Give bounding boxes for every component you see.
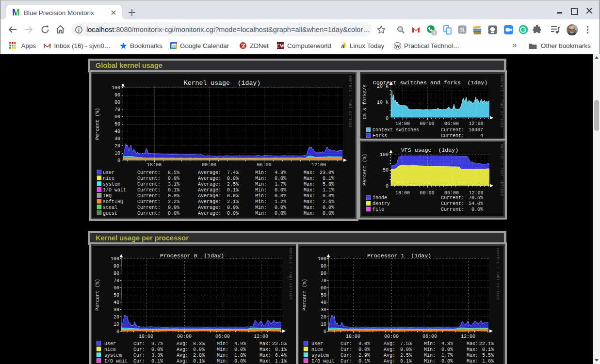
- svg-text:2.1%: 2.1%: [227, 199, 239, 205]
- svg-text:user: user: [104, 341, 116, 347]
- svg-text:Max:: Max:: [304, 199, 315, 205]
- svg-text:Min:: Min:: [255, 170, 267, 175]
- svg-text:Average:: Average:: [198, 188, 221, 193]
- svg-text:06:00: 06:00: [422, 334, 437, 339]
- svg-text:23.0%: 23.0%: [320, 170, 334, 175]
- svg-text:Min:: Min:: [424, 359, 436, 364]
- svg-text:Average:: Average:: [198, 205, 221, 210]
- svg-text:Percent (%): Percent (%): [302, 279, 308, 311]
- svg-text:Processor 0 (1day): Processor 0 (1day): [160, 253, 224, 259]
- svg-text:0.0%: 0.0%: [227, 205, 239, 210]
- svg-text:60: 60: [114, 114, 120, 120]
- svg-text:Average:: Average:: [198, 211, 221, 216]
- svg-text:user: user: [103, 170, 114, 175]
- svg-text:50: 50: [114, 293, 119, 298]
- svg-text:guest: guest: [103, 211, 117, 216]
- svg-text:0.1%: 0.1%: [151, 359, 163, 364]
- svg-text:100: 100: [380, 152, 389, 158]
- svg-text:0.0%: 0.0%: [275, 205, 286, 210]
- svg-text:6.4%: 6.4%: [275, 353, 287, 358]
- svg-text:Min:: Min:: [424, 347, 436, 352]
- svg-text:0.0%: 0.0%: [441, 359, 453, 364]
- svg-text:Current:: Current:: [137, 188, 161, 193]
- svg-text:70: 70: [114, 278, 119, 284]
- svg-text:0.0%: 0.0%: [168, 211, 179, 216]
- svg-text:1.2%: 1.2%: [275, 199, 286, 205]
- svg-text:0.1%: 0.1%: [323, 176, 334, 181]
- svg-text:Min:: Min:: [255, 211, 267, 216]
- svg-text:30: 30: [114, 307, 119, 313]
- svg-text:9.7%: 9.7%: [151, 341, 163, 347]
- svg-text:0.1%: 0.1%: [275, 347, 287, 352]
- svg-text:7.5%: 7.5%: [400, 341, 412, 347]
- svg-text:Cur:: Cur:: [341, 353, 352, 358]
- svg-text:Max:: Max:: [304, 182, 315, 187]
- svg-text:4.3%: 4.3%: [441, 341, 453, 347]
- svg-text:0.1%: 0.1%: [193, 359, 205, 364]
- svg-text:12:00: 12:00: [469, 190, 483, 196]
- svg-text:Max:: Max:: [467, 347, 478, 352]
- svg-text:1.7%: 1.7%: [441, 353, 453, 358]
- svg-text:system: system: [311, 353, 329, 358]
- svg-text:steal: steal: [103, 205, 117, 210]
- svg-text:Current:: Current:: [137, 211, 161, 216]
- svg-text:Max:: Max:: [304, 176, 315, 181]
- svg-text:00:00: 00:00: [202, 162, 216, 168]
- svg-text:Max:: Max:: [467, 359, 478, 364]
- svg-text:0.0%: 0.0%: [227, 176, 239, 181]
- svg-text:1.8%: 1.8%: [234, 353, 246, 358]
- svg-text:nice: nice: [103, 176, 114, 181]
- svg-text:10 k: 10 k: [377, 100, 389, 105]
- svg-text:90: 90: [114, 93, 120, 98]
- svg-text:nice: nice: [104, 347, 116, 352]
- svg-text:30: 30: [321, 307, 326, 313]
- svg-text:system: system: [103, 182, 120, 187]
- svg-text:dentry: dentry: [373, 201, 390, 206]
- svg-text:Avg:: Avg:: [384, 353, 395, 358]
- svg-text:user: user: [311, 341, 323, 347]
- svg-text:nice: nice: [311, 347, 323, 352]
- svg-text:80: 80: [321, 271, 326, 276]
- svg-text:Cur:: Cur:: [341, 341, 352, 347]
- svg-text:Min:: Min:: [255, 205, 267, 210]
- svg-text:40: 40: [114, 129, 120, 134]
- svg-text:IRQ: IRQ: [103, 193, 112, 199]
- svg-text:0.0%: 0.0%: [323, 193, 334, 199]
- svg-text:50: 50: [321, 293, 326, 298]
- svg-text:20 k: 20 k: [377, 84, 389, 89]
- svg-text:I/O wait: I/O wait: [311, 359, 335, 364]
- svg-text:4.3%: 4.3%: [275, 170, 286, 175]
- svg-text:0.0%: 0.0%: [227, 193, 239, 199]
- svg-text:0.0%: 0.0%: [193, 347, 205, 352]
- svg-text:12:00: 12:00: [254, 334, 268, 339]
- svg-text:2.5%: 2.5%: [400, 353, 412, 358]
- svg-text:Min:: Min:: [424, 353, 436, 358]
- svg-text:00:00: 00:00: [420, 121, 434, 127]
- svg-text:00:00: 00:00: [384, 334, 399, 339]
- svg-text:90: 90: [321, 264, 326, 269]
- svg-text:0.0%: 0.0%: [168, 205, 179, 210]
- svg-text:40: 40: [321, 300, 326, 305]
- svg-text:2.8%: 2.8%: [193, 353, 205, 358]
- svg-text:Cur:: Cur:: [133, 353, 145, 358]
- svg-text:Max:: Max:: [467, 353, 478, 358]
- svg-text:Context switches: Context switches: [373, 127, 419, 133]
- svg-text:22.1%: 22.1%: [479, 341, 494, 347]
- svg-text:90: 90: [114, 264, 119, 269]
- svg-text:RRDTOOL / TOBI OETIKER: RRDTOOL / TOBI OETIKER: [500, 76, 503, 128]
- svg-text:Avg:: Avg:: [177, 347, 188, 352]
- svg-text:Max:: Max:: [304, 211, 315, 216]
- svg-text:Current:: Current:: [137, 193, 161, 199]
- svg-text:80: 80: [114, 271, 119, 276]
- svg-text:Current:: Current:: [441, 133, 464, 139]
- svg-text:Max:: Max:: [304, 205, 315, 210]
- svg-text:8.3%: 8.3%: [193, 341, 205, 347]
- svg-text:4.9%: 4.9%: [234, 341, 246, 347]
- svg-text:softIRQ: softIRQ: [103, 199, 123, 205]
- svg-text:10: 10: [114, 151, 120, 156]
- svg-text:lt: lt: [341, 43, 344, 49]
- svg-text:1.1%: 1.1%: [275, 359, 287, 364]
- svg-text:Min:: Min:: [255, 176, 267, 181]
- svg-text:2.6%: 2.6%: [323, 199, 334, 205]
- svg-text:Average:: Average:: [198, 199, 221, 205]
